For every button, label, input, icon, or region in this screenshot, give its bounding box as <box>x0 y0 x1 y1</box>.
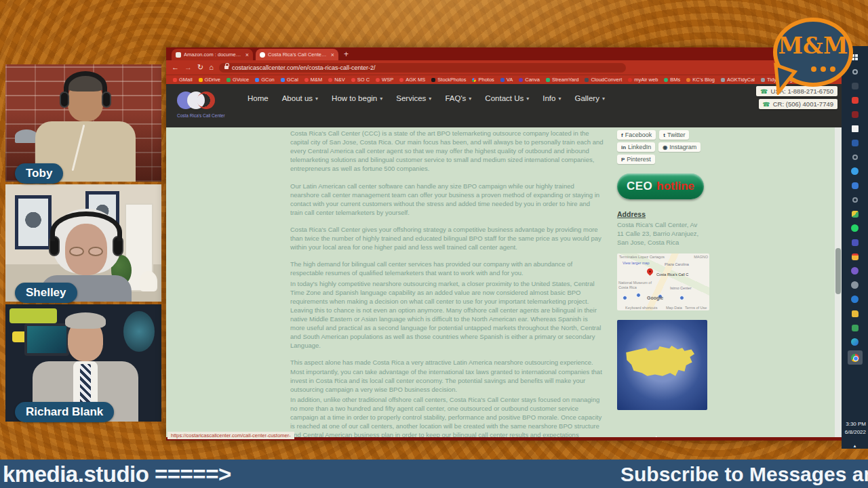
instagram-button[interactable]: ◉Instagram <box>658 142 701 152</box>
bookmark-item[interactable]: AGKTidyCal <box>721 77 755 83</box>
address-bar[interactable]: costaricascallcenter.com/en/costa-ricas-… <box>219 63 626 73</box>
reload-icon[interactable]: ↻ <box>197 64 203 71</box>
bookmark-item[interactable]: myAir web <box>628 77 658 83</box>
forward-icon[interactable]: → <box>184 64 192 71</box>
tab-favicon <box>176 52 181 58</box>
bookmark-favicon <box>686 78 690 82</box>
sticky-notes-icon[interactable] <box>848 207 863 221</box>
stream-overlay-stage: Toby Shelley Richard Blank Ama <box>0 0 868 488</box>
nav-how-to-begin[interactable]: How to begin▾ <box>332 94 382 102</box>
bookmark-item[interactable]: WSP <box>376 77 393 83</box>
lamp <box>140 271 157 291</box>
pinterest-button[interactable]: PPinterest <box>617 155 655 164</box>
bookmark-item[interactable]: N&V <box>328 77 344 83</box>
c-app-icon[interactable] <box>848 164 863 178</box>
word-icon[interactable] <box>848 136 863 150</box>
bookmark-item[interactable]: GCon <box>255 77 275 83</box>
bottom-ticker-bar: kmedia.studio =====> Subscribe to Messag… <box>0 460 868 488</box>
bookmark-item[interactable]: BMs <box>664 77 680 83</box>
nav-faqs[interactable]: FAQ's▾ <box>445 94 471 102</box>
bookmark-favicon <box>199 78 203 82</box>
nav-home[interactable]: Home <box>248 94 269 102</box>
bookmark-item[interactable]: StreamYard <box>546 77 578 83</box>
facebook-button[interactable]: fFacebook <box>617 130 656 140</box>
messages-icon[interactable] <box>848 178 863 192</box>
taskbar-overflow-icon[interactable]: ▴ <box>842 443 868 449</box>
chevron-down-icon: ▾ <box>429 96 431 102</box>
bookmark-item[interactable]: Photos <box>472 77 494 83</box>
media-player-icon[interactable] <box>848 150 863 164</box>
folder-icon[interactable] <box>848 306 863 321</box>
adobe-cc-icon[interactable] <box>848 107 863 121</box>
chevron-down-icon: ▾ <box>380 96 382 102</box>
nav-contact-us[interactable]: Contact Us▾ <box>485 94 529 102</box>
ceo-hotline-button[interactable]: CEO hotline <box>617 174 704 199</box>
browser-window: Amazon.com : document holder × Costa Ric… <box>166 47 842 441</box>
teams-icon[interactable] <box>848 235 863 249</box>
bookmark-favicon <box>585 78 589 82</box>
chrome-icon[interactable] <box>848 350 863 365</box>
whatsapp-icon[interactable] <box>848 221 863 235</box>
outlook-icon[interactable] <box>848 292 863 306</box>
vpn-lock-icon[interactable] <box>848 321 863 335</box>
facebook-icon: f <box>621 132 623 138</box>
bookmark-favicon <box>500 78 505 82</box>
bookmark-item[interactable]: SO C <box>351 77 370 83</box>
tab-costa-rica-call-center[interactable]: Costa Rica's Call Center | Costa R × <box>256 49 338 60</box>
bookmark-item[interactable]: VA <box>500 77 513 83</box>
url-text: costaricascallcenter.com/en/costa-ricas-… <box>232 64 376 71</box>
linkedin-button[interactable]: inLinkedIn <box>617 142 655 152</box>
linkedin-icon: in <box>621 144 626 150</box>
lock-icon <box>224 66 229 69</box>
phone-icon: ☎ <box>760 88 768 95</box>
discord-icon[interactable] <box>848 264 863 278</box>
adobe-pdf-icon[interactable] <box>848 93 863 107</box>
bookmark-item[interactable]: CloudConvert <box>585 77 622 83</box>
home-icon[interactable]: ⌂ <box>209 64 214 71</box>
bookmark-item[interactable]: KC's Blog <box>686 77 715 83</box>
bookmark-item[interactable]: StockPhotos <box>431 77 466 83</box>
nav-gallery[interactable]: Gallery▾ <box>574 94 604 102</box>
browser-toolbar: ← → ↻ ⌂ costaricascallcenter.com/en/cost… <box>166 60 842 75</box>
site-header: Costa Rica's Call Center Home About us▾ … <box>166 84 842 127</box>
map-marker-icon <box>623 296 627 300</box>
speech-bubble-tail <box>770 62 800 95</box>
taskbar-clock[interactable]: 3:30 PM 6/8/2022 <box>842 420 868 436</box>
bookmark-item[interactable]: GDrive <box>199 77 220 83</box>
bookmark-item[interactable]: Canva <box>519 77 540 83</box>
twitter-button[interactable]: tTwitter <box>659 130 689 140</box>
windows-taskbar: 3:30 PM 6/8/2022 ▴ <box>842 46 868 449</box>
sidebar: fFacebook tTwitter inLinkedIn ◉Instagram… <box>617 130 713 410</box>
back-icon[interactable]: ← <box>172 64 179 71</box>
new-tab-button[interactable]: + <box>344 49 349 59</box>
page-scrollbar[interactable] <box>835 127 842 437</box>
paragraph: Our Latin American call center software … <box>290 182 604 217</box>
google-map-embed[interactable]: Terminales Lopez Cartagos MAGNO View lar… <box>617 253 709 310</box>
tab-close-icon[interactable]: × <box>331 52 334 58</box>
chevron-down-icon: ▾ <box>315 96 318 102</box>
logo-circle <box>197 92 215 109</box>
document-icon[interactable] <box>848 121 863 136</box>
site-nav: Home About us▾ How to begin▾ Services▾ F… <box>248 94 605 102</box>
nav-about-us[interactable]: About us▾ <box>282 94 318 102</box>
bookmark-item[interactable]: M&M <box>304 77 323 83</box>
nav-services[interactable]: Services▾ <box>396 94 431 102</box>
clock-app-icon[interactable] <box>848 192 863 207</box>
article-text: Costa Rica's Call Center (CCC) is a stat… <box>290 129 604 437</box>
scrollbar-thumb[interactable] <box>835 248 841 294</box>
calendar-app-icon[interactable] <box>848 249 863 264</box>
map-pin-icon[interactable] <box>646 268 654 277</box>
nav-info[interactable]: Info▾ <box>542 94 561 102</box>
bookmark-item[interactable]: GVoice <box>226 77 249 83</box>
view-larger-map-link[interactable]: View larger map <box>623 261 650 265</box>
phone-cr[interactable]: ☎CR: (506) 4001-7749 <box>759 99 837 109</box>
mm-logo-text: M&M <box>773 33 853 59</box>
bookmark-item[interactable]: GCal <box>281 77 298 83</box>
bookmark-favicon <box>173 78 177 82</box>
bookmark-item[interactable]: GMail <box>173 77 193 83</box>
settings-gear-icon[interactable] <box>848 278 863 292</box>
bookmark-item[interactable]: AGK MS <box>399 77 425 83</box>
tab-close-icon[interactable]: × <box>245 52 249 58</box>
tab-amazon[interactable]: Amazon.com : document holder × <box>172 49 253 60</box>
edge-icon[interactable] <box>848 335 863 349</box>
